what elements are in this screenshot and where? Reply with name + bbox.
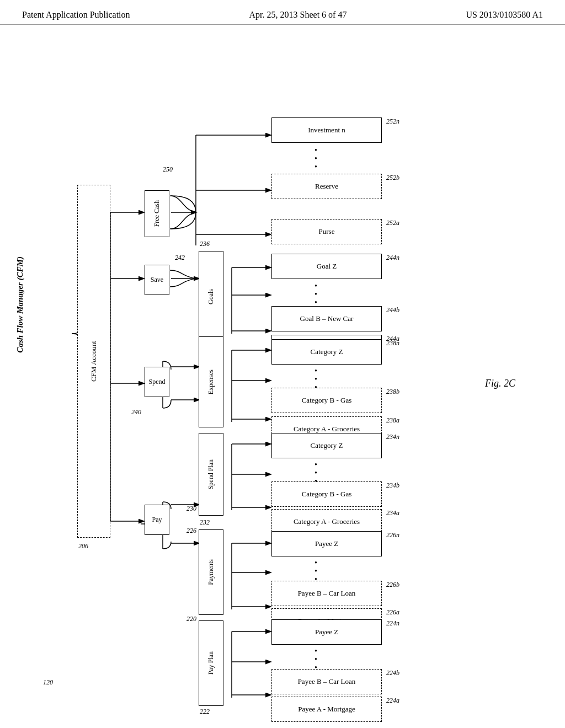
payee-z-pay-box: Payee Z: [271, 619, 382, 645]
dots-4: •: [315, 282, 317, 291]
dots-2: •: [315, 154, 317, 163]
dots-14: •: [315, 567, 317, 576]
label-226: 226: [186, 527, 196, 535]
cfm-vertical-label: Cash Flow Manager (CFM): [15, 256, 25, 353]
header-left: Patent Application Publication: [22, 10, 130, 20]
payments-box: Payments: [199, 529, 223, 615]
dots-13: •: [315, 559, 317, 568]
label-220: 220: [186, 615, 196, 623]
label-238n: 238n: [386, 339, 399, 347]
fig-label: Fig. 2C: [485, 378, 515, 389]
label-232: 232: [200, 518, 210, 527]
label-238b: 238b: [386, 388, 399, 396]
dots-16: •: [315, 647, 317, 656]
cat-z-spend-box: Category Z: [271, 433, 382, 458]
cfm-account-box: CFM Account: [77, 185, 110, 538]
dots-7: •: [315, 367, 317, 376]
label-252a: 252a: [386, 219, 399, 227]
reserve-box: Reserve: [271, 174, 382, 199]
goal-b-box: Goal B – New Car: [271, 306, 382, 331]
label-226n: 226n: [386, 531, 399, 539]
goals-box: Goals: [199, 251, 223, 342]
dots-8: •: [315, 375, 317, 384]
label-226b: 226b: [386, 581, 399, 589]
payee-z-payments-box: Payee Z: [271, 531, 382, 556]
label-234n: 234n: [386, 433, 399, 441]
label-240: 240: [131, 408, 141, 416]
label-222: 222: [200, 708, 210, 716]
cat-b-spend-box: Category B - Gas: [271, 481, 382, 507]
payee-b-payments-box: Payee B – Car Loan: [271, 581, 382, 606]
label-206: 206: [78, 542, 88, 550]
label-236: 236: [200, 240, 210, 248]
payee-a-pay-box: Payee A - Mortgage: [271, 697, 382, 722]
dots-5: •: [315, 290, 317, 299]
purse-box: Purse: [271, 219, 382, 244]
dots-11: •: [315, 469, 317, 478]
pay-box: Pay: [145, 505, 169, 535]
header-center: Apr. 25, 2013 Sheet 6 of 47: [249, 10, 347, 20]
label-120: 120: [43, 678, 53, 687]
label-242: 242: [175, 254, 185, 262]
page-header: Patent Application Publication Apr. 25, …: [0, 0, 565, 25]
diagram-area: Cash Flow Manager (CFM) 120 CFM Account …: [0, 25, 565, 720]
label-224b: 224b: [386, 669, 399, 677]
investment-n-box: Investment n: [271, 117, 382, 143]
save-box: Save: [145, 265, 169, 295]
label-224a: 224a: [386, 697, 399, 705]
label-234a: 234a: [386, 509, 399, 517]
label-230: 230: [186, 505, 196, 513]
label-226a: 226a: [386, 608, 399, 617]
label-238a: 238a: [386, 416, 399, 425]
dots-10: •: [315, 461, 317, 469]
label-244b: 244b: [386, 306, 399, 314]
label-250: 250: [163, 165, 173, 174]
cat-z-expenses-box: Category Z: [271, 339, 382, 365]
label-224n: 224n: [386, 619, 399, 628]
label-244n: 244n: [386, 254, 399, 262]
dots-17: •: [315, 655, 317, 664]
expenses-box: Expenses: [199, 336, 223, 427]
header-right: US 2013/0103580 A1: [466, 10, 543, 20]
free-cash-box: Free Cash: [145, 190, 169, 237]
dots-3: •: [315, 163, 317, 172]
payee-b-pay-box: Payee B – Car Loan: [271, 669, 382, 694]
label-234b: 234b: [386, 481, 399, 490]
spend-box: Spend: [145, 367, 169, 397]
label-252b: 252b: [386, 174, 399, 182]
cat-b-expenses-box: Category B - Gas: [271, 388, 382, 413]
label-252n: 252n: [386, 117, 399, 126]
dots-1: •: [315, 146, 317, 155]
spend-plan-box: Spend Plan: [199, 433, 223, 516]
pay-plan-box: Pay Plan: [199, 620, 223, 706]
goal-z-box: Goal Z: [271, 254, 382, 279]
